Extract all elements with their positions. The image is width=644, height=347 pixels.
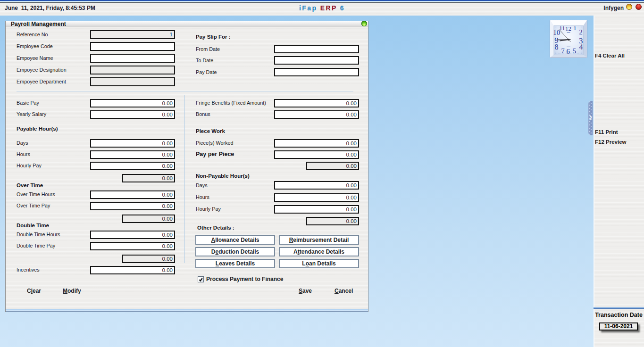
svg-text:1: 1 bbox=[573, 25, 577, 32]
svg-text:7: 7 bbox=[561, 47, 565, 55]
svg-text:10: 10 bbox=[553, 29, 560, 36]
svg-text:6: 6 bbox=[567, 48, 570, 55]
svg-text:12: 12 bbox=[565, 25, 571, 32]
svg-text:2: 2 bbox=[579, 28, 583, 36]
svg-text:8: 8 bbox=[555, 43, 559, 51]
svg-text:4: 4 bbox=[579, 43, 583, 51]
svg-text:5: 5 bbox=[573, 47, 577, 55]
